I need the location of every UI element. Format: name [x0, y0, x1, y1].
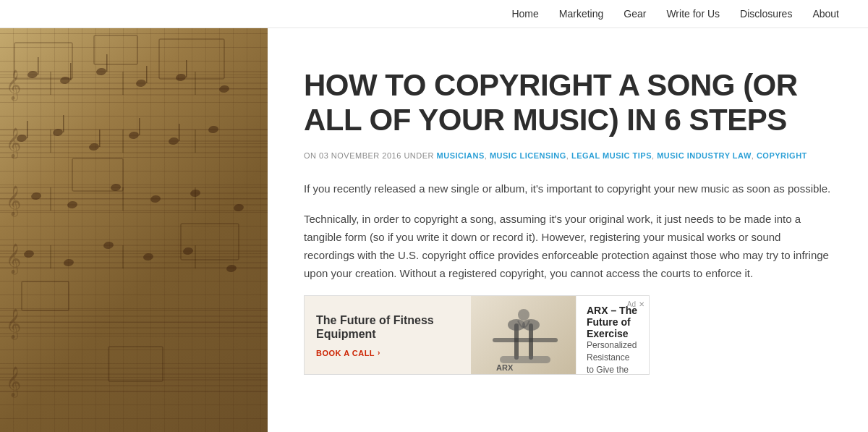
svg-point-33 [135, 79, 147, 88]
ad-label-button[interactable]: Ad [627, 300, 636, 308]
svg-point-40 [168, 137, 179, 145]
svg-point-49 [63, 258, 75, 267]
article-meta: ON 03 NOVEMBER 2016 UNDER MUSICIANS, MUS… [304, 151, 832, 160]
article-title: HOW TO COPYRIGHT A SONG (OR ALL OF YOUR … [304, 68, 832, 138]
ad-controls: Ad ✕ [627, 300, 644, 308]
svg-rect-54 [38, 57, 39, 75]
ad-left-panel: The Future of Fitness Equipment BOOK A C… [305, 296, 471, 374]
ad-cta-button[interactable]: BOOK A CALL › [316, 349, 459, 357]
svg-rect-62 [139, 118, 140, 135]
ad-right-description: Personalized Resistance to Give the Idea… [587, 339, 639, 375]
svg-point-38 [88, 143, 100, 151]
svg-rect-58 [186, 60, 187, 77]
svg-point-43 [67, 200, 78, 209]
tag-music-industry-law[interactable]: MUSIC INDUSTRY LAW [657, 151, 752, 160]
svg-point-52 [182, 247, 194, 255]
ad-close-button[interactable]: ✕ [639, 300, 644, 308]
svg-point-51 [142, 253, 154, 261]
svg-text:ARX: ARX [496, 363, 514, 372]
article-content: HOW TO COPYRIGHT A SONG (OR ALL OF YOUR … [268, 28, 868, 432]
svg-rect-89 [493, 338, 558, 342]
svg-rect-59 [27, 121, 28, 138]
svg-rect-76 [14, 43, 72, 79]
svg-point-32 [95, 67, 107, 76]
article-date-prefix: ON 03 NOVEMBER 2016 UNDER [304, 151, 434, 160]
svg-rect-82 [109, 347, 163, 381]
svg-rect-94 [500, 356, 550, 363]
svg-text:𝄞: 𝄞 [6, 308, 21, 340]
tag-musicians[interactable]: MUSICIANS [437, 151, 485, 160]
svg-point-95 [518, 309, 529, 321]
svg-rect-63 [179, 124, 180, 141]
svg-rect-55 [70, 63, 72, 80]
paragraph-1: If you recently released a new single or… [304, 180, 832, 198]
nav-gear[interactable]: Gear [624, 8, 646, 20]
ad-right-title: ARX – The Future of Exercise [587, 305, 639, 339]
svg-rect-61 [99, 130, 101, 147]
svg-point-41 [208, 125, 219, 134]
svg-rect-56 [106, 54, 108, 72]
hero-image-panel: 𝄞 𝄞 𝄞 𝄞 𝄞 𝄞 [0, 28, 268, 432]
nav-home[interactable]: Home [511, 8, 538, 20]
svg-point-53 [226, 264, 237, 273]
svg-point-35 [218, 85, 230, 93]
ad-left-title: The Future of Fitness Equipment [316, 313, 459, 341]
svg-point-50 [103, 241, 114, 250]
nav-about[interactable]: About [812, 8, 839, 20]
paragraph-2: Technically, in order to copyright a son… [304, 211, 832, 282]
svg-point-34 [175, 73, 187, 82]
svg-rect-57 [146, 66, 148, 83]
tag-music-licensing[interactable]: MUSIC LICENSING [490, 151, 566, 160]
svg-text:𝄞: 𝄞 [6, 366, 21, 398]
svg-text:𝄞: 𝄞 [6, 185, 21, 217]
svg-text:𝄞: 𝄞 [6, 69, 21, 101]
main-nav: Home Marketing Gear Write for Us Disclos… [0, 0, 868, 28]
nav-disclosures[interactable]: Disclosures [740, 8, 792, 20]
nav-marketing[interactable]: Marketing [559, 8, 603, 20]
tag-legal-music-tips[interactable]: LEGAL MUSIC TIPS [571, 151, 652, 160]
advertisement: The Future of Fitness Equipment BOOK A C… [304, 295, 650, 375]
ad-image-area: ARX [471, 296, 576, 374]
svg-rect-60 [63, 115, 64, 132]
svg-text:𝄞: 𝄞 [6, 243, 21, 275]
ad-cta-arrow: › [378, 349, 380, 357]
svg-rect-77 [94, 35, 137, 64]
hero-background: 𝄞 𝄞 𝄞 𝄞 𝄞 𝄞 [0, 28, 268, 432]
svg-text:𝄞: 𝄞 [6, 127, 21, 159]
svg-rect-78 [159, 39, 224, 79]
svg-rect-81 [22, 281, 69, 310]
svg-point-93 [522, 319, 540, 331]
article-body: If you recently released a new single or… [304, 180, 832, 283]
svg-point-39 [128, 131, 140, 140]
svg-point-45 [150, 195, 161, 203]
nav-write-for-us[interactable]: Write for Us [666, 8, 720, 20]
tag-copyright[interactable]: COPYRIGHT [757, 151, 807, 160]
page-layout: 𝄞 𝄞 𝄞 𝄞 𝄞 𝄞 HOW TO COPYRIGHT A SONG (OR … [0, 28, 868, 432]
